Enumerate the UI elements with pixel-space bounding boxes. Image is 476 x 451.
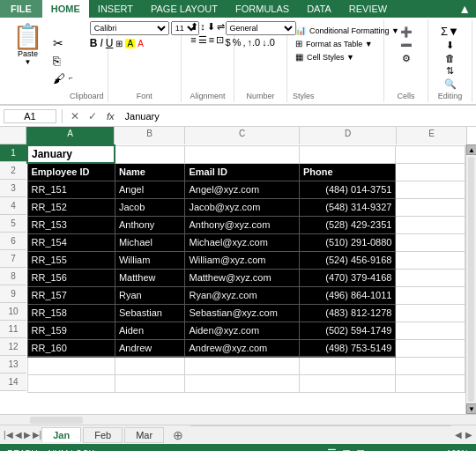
cell-a6[interactable]: RR_154	[27, 233, 115, 251]
confirm-formula-icon[interactable]: ✓	[86, 109, 100, 123]
cell-a5[interactable]: RR_153	[27, 216, 115, 233]
row-num-4[interactable]: 4	[0, 197, 26, 215]
col-header-c[interactable]: C	[185, 127, 300, 144]
cell-e4[interactable]	[396, 198, 465, 216]
cell-b7[interactable]: William	[115, 251, 185, 269]
row-num-7[interactable]: 7	[0, 250, 26, 268]
paste-dropdown[interactable]: ▼	[25, 58, 32, 66]
cell-a3[interactable]: RR_151	[27, 181, 115, 198]
row-num-1[interactable]: 1	[0, 144, 26, 162]
align-left-button[interactable]: ≡	[190, 34, 196, 46]
cell-d1[interactable]	[300, 145, 396, 163]
page-break-view-button[interactable]: ⊡	[356, 447, 365, 451]
autosum-button[interactable]: Σ▼	[441, 25, 459, 38]
clipboard-expand[interactable]: ⌐	[69, 74, 73, 82]
scroll-thumb-h[interactable]	[30, 417, 83, 424]
tab-formulas[interactable]: FORMULAS	[227, 0, 298, 18]
sheet-tab-feb[interactable]: Feb	[83, 427, 123, 443]
tab-nav-prev[interactable]: ◀	[15, 430, 22, 440]
normal-view-button[interactable]: ☰	[327, 447, 337, 451]
cell-e9[interactable]	[396, 286, 465, 304]
cell-c13[interactable]	[185, 357, 300, 374]
cell-c14[interactable]	[185, 374, 300, 392]
percent-button[interactable]: %	[233, 37, 242, 48]
cell-c3[interactable]: Angel@xyz.com	[185, 181, 300, 198]
cell-d14[interactable]	[300, 374, 396, 392]
cell-d5[interactable]: (528) 429-2351	[300, 216, 396, 233]
cell-e2[interactable]	[396, 163, 465, 181]
cell-c8[interactable]: Matthew@xyz.com	[185, 269, 300, 286]
row-num-10[interactable]: 10	[0, 303, 26, 321]
add-sheet-button[interactable]: ⊕	[166, 426, 190, 444]
cell-c12[interactable]: Andrew@xyz.com	[185, 339, 300, 357]
col-header-e[interactable]: E	[397, 127, 467, 144]
cell-e13[interactable]	[396, 357, 465, 374]
insert-cells-button[interactable]: ➕	[400, 26, 413, 38]
minimize-icon[interactable]: ▲	[458, 2, 471, 16]
page-layout-view-button[interactable]: ⊞	[342, 447, 351, 451]
row-num-5[interactable]: 5	[0, 215, 26, 233]
cell-c4[interactable]: Jacob@xyz.com	[185, 198, 300, 216]
increase-decimal-button[interactable]: ↑.0	[247, 37, 260, 48]
tab-review[interactable]: REVIEW	[340, 0, 396, 18]
align-center-button[interactable]: ☰	[198, 34, 207, 46]
cell-b6[interactable]: Michael	[115, 233, 185, 251]
tab-file[interactable]: FILE	[0, 0, 42, 18]
row-num-11[interactable]: 11	[0, 321, 26, 338]
fx-icon[interactable]: fx	[103, 111, 118, 122]
bold-button[interactable]: B	[90, 37, 98, 49]
cell-d6[interactable]: (510) 291-0880	[300, 233, 396, 251]
cell-b3[interactable]: Angel	[115, 181, 185, 198]
cell-a13[interactable]	[27, 357, 115, 374]
cell-b10[interactable]: Sebastian	[115, 304, 185, 322]
cell-d4[interactable]: (548) 314-9327	[300, 198, 396, 216]
cell-b4[interactable]: Jacob	[115, 198, 185, 216]
comma-button[interactable]: ,	[242, 37, 245, 48]
row-num-13[interactable]: 13	[0, 356, 26, 373]
cell-a8[interactable]: RR_156	[27, 269, 115, 286]
cell-c9[interactable]: Ryan@xyz.com	[185, 286, 300, 304]
row-num-2[interactable]: 2	[0, 162, 26, 180]
cell-a11[interactable]: RR_159	[27, 322, 115, 339]
cell-reference-input[interactable]	[4, 109, 56, 123]
align-bottom-button[interactable]: ⬇	[207, 21, 215, 33]
format-cells-button[interactable]: ⚙	[402, 53, 411, 64]
cell-b11[interactable]: Aiden	[115, 322, 185, 339]
cell-b5[interactable]: Anthony	[115, 216, 185, 233]
cell-e7[interactable]	[396, 251, 465, 269]
cell-b1[interactable]	[115, 145, 185, 163]
horizontal-scrollbar[interactable]	[26, 415, 465, 425]
cell-e12[interactable]	[396, 339, 465, 357]
tab-insert[interactable]: INSERT	[89, 0, 142, 18]
vertical-scrollbar[interactable]: ▲ ▼	[465, 144, 476, 414]
cancel-formula-icon[interactable]: ✕	[68, 109, 82, 123]
fill-color-button[interactable]: A	[125, 39, 135, 48]
col-header-a[interactable]: A	[26, 127, 115, 144]
tab-nav-first[interactable]: |◀	[4, 430, 13, 440]
format-painter-button[interactable]: 🖌	[50, 70, 68, 86]
cell-d12[interactable]: (498) 753-5149	[300, 339, 396, 357]
font-family-select[interactable]: Calibri	[90, 21, 169, 35]
paste-button[interactable]: 📋 Paste ▼	[7, 21, 48, 100]
row-num-12[interactable]: 12	[0, 338, 26, 356]
cell-b2[interactable]: Name	[115, 163, 185, 181]
align-top-button[interactable]: ⬆	[190, 21, 198, 33]
row-num-8[interactable]: 8	[0, 268, 26, 285]
scroll-thumb-v[interactable]	[468, 157, 474, 402]
align-middle-button[interactable]: ↕	[200, 21, 205, 33]
formula-input[interactable]	[122, 110, 472, 122]
sheet-tab-mar[interactable]: Mar	[124, 427, 164, 443]
font-color-button[interactable]: A	[138, 39, 144, 48]
sort-filter-button[interactable]: ⇅	[446, 65, 454, 77]
merge-button[interactable]: ⊡	[216, 34, 224, 46]
cell-e11[interactable]	[396, 322, 465, 339]
scroll-up-button[interactable]: ▲	[466, 144, 476, 155]
cell-d2[interactable]: Phone	[300, 163, 396, 181]
cut-button[interactable]: ✂	[50, 35, 68, 51]
find-select-button[interactable]: 🔍	[444, 78, 457, 90]
border-button[interactable]: ⊞	[115, 39, 123, 48]
cell-b12[interactable]: Andrew	[115, 339, 185, 357]
number-format-select[interactable]: General	[226, 21, 296, 35]
tab-home[interactable]: HOME	[42, 0, 89, 18]
cell-d10[interactable]: (483) 812-1278	[300, 304, 396, 322]
